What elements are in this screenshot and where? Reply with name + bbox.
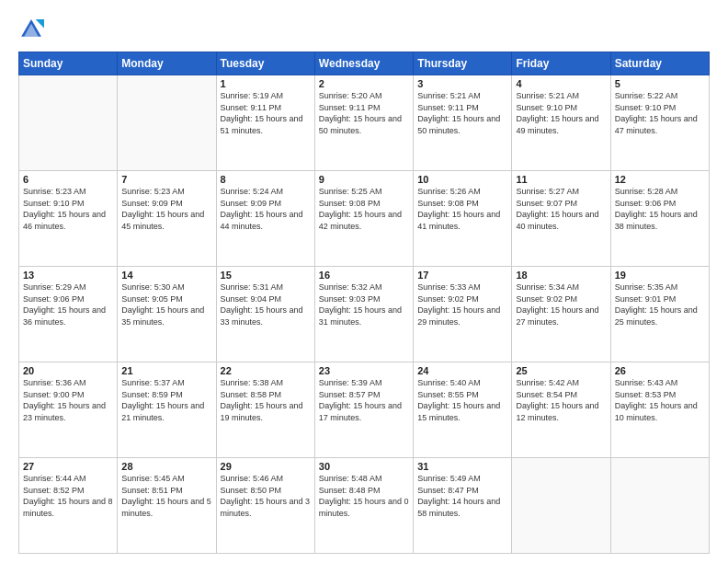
day-info: Sunrise: 5:32 AMSunset: 9:03 PMDaylight:… <box>319 282 409 327</box>
day-info: Sunrise: 5:49 AMSunset: 8:47 PMDaylight:… <box>417 473 507 519</box>
day-info: Sunrise: 5:26 AMSunset: 9:08 PMDaylight:… <box>417 186 507 232</box>
day-info: Sunrise: 5:33 AMSunset: 9:02 PMDaylight:… <box>417 282 507 327</box>
calendar-cell: 24Sunrise: 5:40 AMSunset: 8:55 PMDayligh… <box>414 362 512 458</box>
calendar-cell: 2Sunrise: 5:20 AMSunset: 9:11 PMDaylight… <box>314 75 413 171</box>
day-info: Sunrise: 5:27 AMSunset: 9:07 PMDaylight:… <box>516 186 606 232</box>
calendar-table: SundayMondayTuesdayWednesdayThursdayFrid… <box>18 52 710 554</box>
calendar-cell: 6Sunrise: 5:23 AMSunset: 9:10 PMDaylight… <box>19 171 118 267</box>
day-info: Sunrise: 5:21 AMSunset: 9:10 PMDaylight:… <box>516 90 606 136</box>
calendar-cell: 11Sunrise: 5:27 AMSunset: 9:07 PMDayligh… <box>512 171 610 267</box>
day-info: Sunrise: 5:46 AMSunset: 8:50 PMDaylight:… <box>221 473 311 519</box>
day-number: 19 <box>615 270 705 281</box>
day-number: 20 <box>23 365 113 376</box>
day-info: Sunrise: 5:22 AMSunset: 9:10 PMDaylight:… <box>615 90 705 136</box>
calendar-cell: 23Sunrise: 5:39 AMSunset: 8:57 PMDayligh… <box>314 362 413 458</box>
logo-icon <box>18 17 44 42</box>
page: SundayMondayTuesdayWednesdayThursdayFrid… <box>0 0 728 563</box>
week-row-4: 20Sunrise: 5:36 AMSunset: 9:00 PMDayligh… <box>19 362 710 458</box>
day-number: 25 <box>516 365 606 376</box>
weekday-header-monday: Monday <box>118 52 216 75</box>
calendar-cell: 25Sunrise: 5:42 AMSunset: 8:54 PMDayligh… <box>512 362 610 458</box>
day-info: Sunrise: 5:19 AMSunset: 9:11 PMDaylight:… <box>221 90 311 136</box>
day-number: 27 <box>23 461 113 472</box>
calendar-cell: 28Sunrise: 5:45 AMSunset: 8:51 PMDayligh… <box>118 458 216 554</box>
day-number: 30 <box>319 461 409 472</box>
day-number: 12 <box>615 174 705 185</box>
calendar-cell: 13Sunrise: 5:29 AMSunset: 9:06 PMDayligh… <box>19 267 118 362</box>
calendar-cell <box>19 75 118 171</box>
calendar-cell: 3Sunrise: 5:21 AMSunset: 9:11 PMDaylight… <box>414 75 512 171</box>
day-info: Sunrise: 5:40 AMSunset: 8:55 PMDaylight:… <box>417 377 507 423</box>
calendar-cell: 30Sunrise: 5:48 AMSunset: 8:48 PMDayligh… <box>314 458 413 554</box>
day-number: 7 <box>121 174 211 185</box>
calendar-cell: 22Sunrise: 5:38 AMSunset: 8:58 PMDayligh… <box>216 362 314 458</box>
day-number: 21 <box>121 365 211 376</box>
calendar-cell: 12Sunrise: 5:28 AMSunset: 9:06 PMDayligh… <box>610 171 709 267</box>
calendar-cell: 26Sunrise: 5:43 AMSunset: 8:53 PMDayligh… <box>610 362 709 458</box>
week-row-5: 27Sunrise: 5:44 AMSunset: 8:52 PMDayligh… <box>19 458 710 554</box>
day-number: 28 <box>121 461 211 472</box>
calendar-cell: 15Sunrise: 5:31 AMSunset: 9:04 PMDayligh… <box>216 267 314 362</box>
weekday-header-thursday: Thursday <box>414 52 512 75</box>
day-info: Sunrise: 5:23 AMSunset: 9:10 PMDaylight:… <box>23 186 113 232</box>
calendar-cell: 31Sunrise: 5:49 AMSunset: 8:47 PMDayligh… <box>414 458 512 554</box>
calendar-cell <box>512 458 610 554</box>
day-number: 6 <box>23 174 113 185</box>
day-info: Sunrise: 5:23 AMSunset: 9:09 PMDaylight:… <box>121 186 211 232</box>
day-info: Sunrise: 5:38 AMSunset: 8:58 PMDaylight:… <box>221 377 311 423</box>
calendar-cell: 4Sunrise: 5:21 AMSunset: 9:10 PMDaylight… <box>512 75 610 171</box>
calendar-cell: 5Sunrise: 5:22 AMSunset: 9:10 PMDaylight… <box>610 75 709 171</box>
day-number: 22 <box>221 365 311 376</box>
calendar-cell: 10Sunrise: 5:26 AMSunset: 9:08 PMDayligh… <box>414 171 512 267</box>
calendar-cell: 17Sunrise: 5:33 AMSunset: 9:02 PMDayligh… <box>414 267 512 362</box>
calendar-cell <box>118 75 216 171</box>
day-number: 16 <box>319 270 409 281</box>
day-info: Sunrise: 5:20 AMSunset: 9:11 PMDaylight:… <box>319 90 409 136</box>
day-number: 5 <box>615 78 705 89</box>
day-number: 24 <box>417 365 507 376</box>
day-info: Sunrise: 5:45 AMSunset: 8:51 PMDaylight:… <box>121 473 211 519</box>
weekday-header-row: SundayMondayTuesdayWednesdayThursdayFrid… <box>19 52 710 75</box>
week-row-1: 1Sunrise: 5:19 AMSunset: 9:11 PMDaylight… <box>19 75 710 171</box>
weekday-header-saturday: Saturday <box>610 52 709 75</box>
day-info: Sunrise: 5:24 AMSunset: 9:09 PMDaylight:… <box>221 186 311 232</box>
calendar-cell: 16Sunrise: 5:32 AMSunset: 9:03 PMDayligh… <box>314 267 413 362</box>
day-info: Sunrise: 5:35 AMSunset: 9:01 PMDaylight:… <box>615 282 705 327</box>
weekday-header-wednesday: Wednesday <box>314 52 413 75</box>
day-info: Sunrise: 5:25 AMSunset: 9:08 PMDaylight:… <box>319 186 409 232</box>
day-number: 23 <box>319 365 409 376</box>
calendar-cell <box>610 458 709 554</box>
calendar-cell: 1Sunrise: 5:19 AMSunset: 9:11 PMDaylight… <box>216 75 314 171</box>
day-number: 29 <box>221 461 311 472</box>
day-number: 26 <box>615 365 705 376</box>
day-info: Sunrise: 5:48 AMSunset: 8:48 PMDaylight:… <box>319 473 409 519</box>
day-number: 13 <box>23 270 113 281</box>
calendar-cell: 27Sunrise: 5:44 AMSunset: 8:52 PMDayligh… <box>19 458 118 554</box>
day-info: Sunrise: 5:31 AMSunset: 9:04 PMDaylight:… <box>221 282 311 327</box>
day-number: 3 <box>417 78 507 89</box>
calendar-cell: 7Sunrise: 5:23 AMSunset: 9:09 PMDaylight… <box>118 171 216 267</box>
weekday-header-friday: Friday <box>512 52 610 75</box>
day-number: 4 <box>516 78 606 89</box>
day-info: Sunrise: 5:42 AMSunset: 8:54 PMDaylight:… <box>516 377 606 423</box>
day-number: 8 <box>221 174 311 185</box>
header <box>18 17 710 42</box>
calendar-cell: 18Sunrise: 5:34 AMSunset: 9:02 PMDayligh… <box>512 267 610 362</box>
day-number: 11 <box>516 174 606 185</box>
day-info: Sunrise: 5:30 AMSunset: 9:05 PMDaylight:… <box>121 282 211 327</box>
calendar-cell: 8Sunrise: 5:24 AMSunset: 9:09 PMDaylight… <box>216 171 314 267</box>
day-number: 17 <box>417 270 507 281</box>
week-row-3: 13Sunrise: 5:29 AMSunset: 9:06 PMDayligh… <box>19 267 710 362</box>
calendar-cell: 19Sunrise: 5:35 AMSunset: 9:01 PMDayligh… <box>610 267 709 362</box>
day-number: 9 <box>319 174 409 185</box>
day-number: 15 <box>221 270 311 281</box>
calendar-cell: 21Sunrise: 5:37 AMSunset: 8:59 PMDayligh… <box>118 362 216 458</box>
day-info: Sunrise: 5:36 AMSunset: 9:00 PMDaylight:… <box>23 377 113 423</box>
day-number: 14 <box>121 270 211 281</box>
day-number: 31 <box>417 461 507 472</box>
day-info: Sunrise: 5:28 AMSunset: 9:06 PMDaylight:… <box>615 186 705 232</box>
day-info: Sunrise: 5:43 AMSunset: 8:53 PMDaylight:… <box>615 377 705 423</box>
day-number: 1 <box>221 78 311 89</box>
day-number: 10 <box>417 174 507 185</box>
logo <box>18 17 48 42</box>
